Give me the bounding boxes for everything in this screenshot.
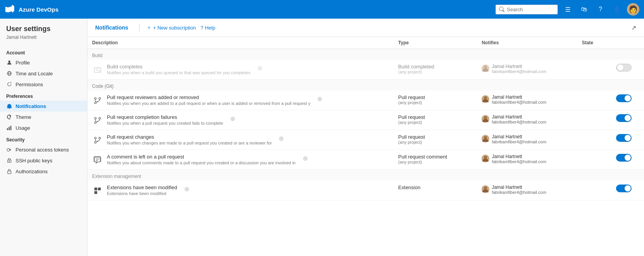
toggle-switch[interactable] [616,154,632,162]
toggle-switch[interactable] [616,94,632,102]
app-title: Azure DevOps [19,6,59,13]
add-subscription-icon[interactable]: ⊕ [317,95,322,103]
chart-icon [6,125,12,131]
svg-point-29 [99,137,101,139]
row-title: A comment is left on a pull request [107,154,296,160]
row-subtitle: Extensions have been modified [107,191,177,196]
svg-rect-4 [7,128,8,130]
table-row[interactable]: Build completes Notifies you when a buil… [87,60,644,80]
table-row[interactable]: Extensions have been modified Extensions… [87,181,644,200]
type-cell: Pull request comment (any project) [394,150,477,170]
sidebar-item-usage[interactable]: Usage [0,122,87,133]
col-header-type: Type [394,37,477,49]
svg-point-0 [8,61,10,63]
type-sub-label: (any project) [398,70,473,74]
notifies-email: fabrikamfiber4@hotmail.com [492,100,546,104]
description-cell: Pull request reviewers added or removed … [87,91,394,110]
notifies-email: fabrikamfiber4@hotmail.com [492,120,546,124]
add-subscription-icon[interactable]: ⊕ [303,155,308,162]
section-group-row: Code (Git) [87,80,644,91]
add-subscription-icon[interactable]: ⊕ [230,115,235,122]
sidebar-item-notifications-label: Notifications [16,103,46,109]
description-cell: Pull request completion failures Notifie… [87,110,394,130]
top-nav-left: Azure DevOps [5,4,59,15]
svg-rect-40 [98,188,101,190]
notifies-avatar [482,155,489,164]
table-row[interactable]: Pull request changes Notifies you when c… [87,130,644,150]
main-layout: User settings Jamal Hartnett Account Pro… [0,19,644,256]
add-subscription-icon[interactable]: ⊕ [184,185,189,193]
svg-rect-10 [8,171,11,174]
notifies-avatar [482,135,489,144]
table-row[interactable]: A comment is left on a pull request Noti… [87,150,644,170]
type-sub-label: (any project) [398,100,473,105]
sidebar-section-security: Security [0,133,87,144]
row-icon [92,115,103,126]
table-row[interactable]: Pull request completion failures Notifie… [87,110,644,130]
marketplace-button[interactable]: 🛍 [578,3,590,16]
state-cell [577,150,644,170]
search-input[interactable] [507,7,554,12]
row-icon [92,155,103,165]
toggle-knob [625,115,631,121]
top-nav-right: ☰ 🛍 ? 👤 🧑 [496,3,639,16]
sidebar-item-ssh[interactable]: SSH public keys [0,155,87,166]
expand-button[interactable]: ↗ [631,24,636,31]
toggle-switch[interactable] [616,134,632,142]
paint-icon [6,114,12,120]
toggle-switch[interactable] [616,114,632,122]
notifies-email: fabrikamfiber4@hotmail.com [492,139,546,144]
sidebar-item-theme[interactable]: Theme [0,111,87,122]
svg-point-16 [94,98,96,99]
sidebar-item-authorizations-label: Authorizations [16,169,47,174]
notifies-avatar [482,64,489,73]
sidebar-item-permissions[interactable]: Permissions [0,79,87,90]
sidebar-item-time-locale[interactable]: Time and Locale [0,68,87,79]
user-avatar[interactable]: 🧑 [627,3,639,16]
refresh-icon [6,81,12,87]
toggle-switch[interactable] [616,185,632,192]
sidebar-item-authorizations[interactable]: Authorizations [0,166,87,177]
notifies-cell: Jamal Hartnett fabrikamfiber4@hotmail.co… [477,60,577,80]
notifies-cell: Jamal Hartnett fabrikamfiber4@hotmail.co… [477,110,577,130]
row-icon [92,95,103,106]
section-group-row: Build [87,49,644,60]
svg-point-22 [94,117,96,119]
row-title: Pull request changes [107,134,272,140]
sidebar-item-profile[interactable]: Profile [0,57,87,68]
person-icon [6,59,12,66]
toggle-switch[interactable] [616,64,632,71]
svg-rect-39 [94,188,97,190]
new-subscription-button[interactable]: ＋ + New subscription [144,23,198,33]
sidebar-item-profile-label: Profile [16,60,30,66]
sidebar-item-permissions-label: Permissions [16,82,43,87]
sidebar-item-pat[interactable]: Personal access tokens [0,144,87,155]
help-button[interactable]: ? [594,3,607,16]
sidebar-subtitle: Jamal Hartnett [0,35,87,46]
search-icon [499,7,504,12]
help-link-button[interactable]: ? Help [198,23,218,32]
search-box[interactable] [496,5,558,14]
settings-people-button[interactable]: 👤 [611,3,623,16]
notifies-cell: Jamal Hartnett fabrikamfiber4@hotmail.co… [477,181,577,200]
svg-point-24 [94,122,96,124]
ssh-icon [6,157,12,164]
notifies-name: Jamal Hartnett [492,114,546,120]
sidebar: User settings Jamal Hartnett Account Pro… [0,19,87,256]
notifies-name: Jamal Hartnett [492,64,546,69]
task-list-button[interactable]: ☰ [562,3,574,16]
notifies-name: Jamal Hartnett [492,94,546,100]
state-cell [577,91,644,110]
state-cell [577,130,644,150]
sidebar-item-notifications[interactable]: Notifications [0,101,87,111]
svg-rect-41 [94,191,97,194]
add-subscription-icon[interactable]: ⊕ [257,64,262,72]
add-subscription-icon[interactable]: ⊕ [279,135,284,142]
table-row[interactable]: Pull request reviewers added or removed … [87,91,644,110]
sidebar-item-ssh-label: SSH public keys [16,158,52,164]
svg-point-38 [484,156,487,159]
notifies-name: Jamal Hartnett [492,185,546,190]
type-label: Build completed [398,64,473,70]
row-title: Pull request reviewers added or removed [107,94,310,100]
type-label: Pull request [398,94,473,100]
